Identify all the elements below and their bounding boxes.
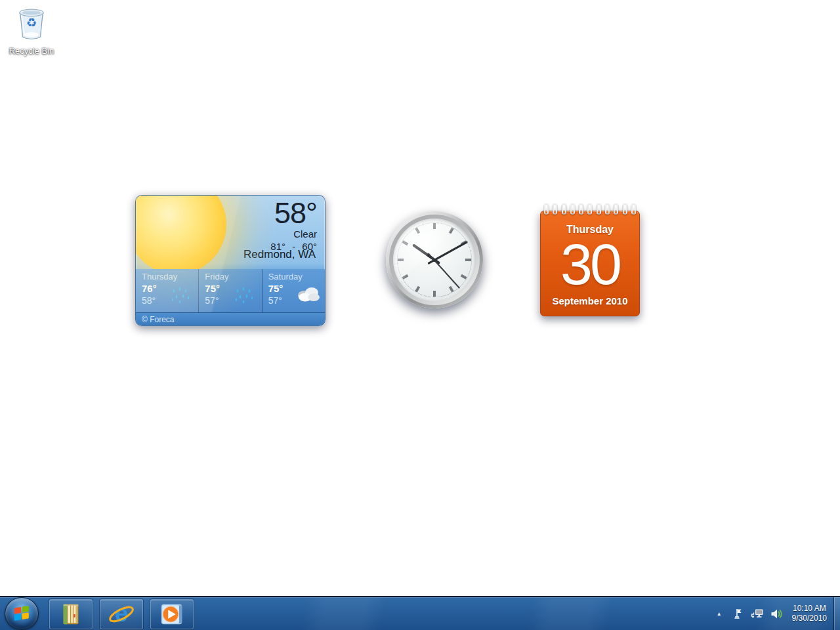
internet-explorer-icon: e — [107, 600, 136, 628]
forecast-day: Thursday 76° 58° — [136, 269, 198, 314]
forecast-day: Friday 75° 57° — [198, 269, 261, 314]
calendar-day-number: 30 — [541, 238, 639, 291]
clock-center-cap — [433, 259, 436, 262]
windows-media-player-icon — [159, 601, 185, 627]
forecast-day: Saturday 75° 57° — [262, 269, 325, 314]
calendar-month-year: September 2010 — [541, 295, 639, 306]
foreca-label: © Foreca — [142, 315, 175, 324]
wallpaper-light-rays — [0, 0, 840, 630]
taskbar-button-windows-explorer[interactable] — [49, 599, 93, 629]
weather-condition: Clear — [270, 228, 317, 240]
volume-icon[interactable] — [769, 606, 785, 621]
rain-icon — [169, 284, 194, 304]
recycle-bin-icon: ♻ — [14, 4, 49, 42]
sun-icon — [135, 195, 226, 274]
cloudy-icon — [295, 284, 320, 304]
taskbar-button-windows-media-player[interactable] — [150, 599, 194, 629]
show-hidden-icons-button[interactable]: ▲ — [711, 611, 728, 617]
rain-icon — [232, 284, 257, 304]
current-temperature: 58° — [270, 198, 317, 228]
show-desktop-button[interactable] — [833, 597, 840, 630]
forecast-row: Thursday 76° 58° Friday 75° 57° — [136, 269, 325, 314]
weather-gadget[interactable]: 58° Clear 81° - 60° Redmond, WA Thursday… — [135, 195, 326, 326]
network-icon[interactable] — [749, 606, 765, 621]
weather-current: 58° Clear 81° - 60° — [270, 198, 317, 252]
weather-location: Redmond, WA — [243, 248, 316, 261]
clock-gadget[interactable] — [386, 211, 483, 308]
tray-date: 9/30/2010 — [792, 614, 827, 623]
clock-hands — [393, 219, 476, 301]
recycle-bin[interactable]: ♻ Recycle Bin — [5, 4, 58, 56]
svg-text:e: e — [115, 600, 128, 627]
start-button[interactable] — [5, 597, 39, 630]
calendar-spiral-binding — [544, 203, 636, 217]
second-hand — [428, 253, 460, 289]
calendar-gadget[interactable]: Thursday 30 September 2010 — [540, 203, 640, 316]
windows-logo-icon — [12, 604, 32, 623]
action-center-flag-icon[interactable] — [730, 606, 746, 621]
svg-text:♻: ♻ — [26, 16, 37, 30]
weather-attribution-link[interactable]: © Foreca — [136, 312, 325, 326]
taskbar-button-internet-explorer[interactable]: e — [100, 599, 143, 629]
windows-explorer-icon — [58, 601, 83, 627]
desktop: ♻ Recycle Bin 58° Clear 81° - 60° Redmon… — [0, 0, 840, 630]
tray-time: 10:10 AM — [792, 604, 827, 614]
system-tray: ▲ — [711, 597, 840, 630]
recycle-bin-label: Recycle Bin — [9, 46, 54, 56]
taskbar-clock[interactable]: 10:10 AM 9/30/2010 — [792, 604, 827, 623]
calendar-page: Thursday 30 September 2010 — [540, 211, 640, 316]
taskbar: e ▲ — [0, 596, 840, 630]
